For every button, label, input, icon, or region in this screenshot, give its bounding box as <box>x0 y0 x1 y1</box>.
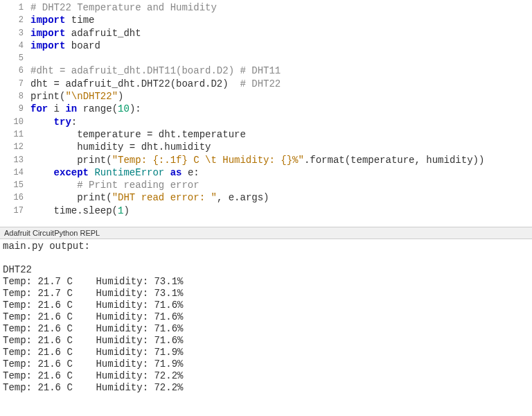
code-line[interactable]: 1# DHT22 Temperature and Humidity <box>0 1 532 14</box>
code-line[interactable]: 9for i in range(10): <box>0 103 532 115</box>
line-number: 7 <box>0 78 30 90</box>
code-line[interactable]: 8print("\nDHT22") <box>0 90 532 103</box>
code-content[interactable]: humidity = dht.humidity <box>30 141 532 153</box>
repl-output[interactable]: main.py output: DHT22 Temp: 21.7 C Humid… <box>0 239 532 416</box>
code-line[interactable]: 5 <box>0 52 532 64</box>
code-content[interactable]: print("DHT read error: ", e.args) <box>30 191 532 204</box>
line-number: 1 <box>0 1 30 14</box>
repl-title: Adafruit CircuitPython REPL <box>4 229 100 237</box>
code-content[interactable]: # DHT22 Temperature and Humidity <box>30 1 532 14</box>
code-line[interactable]: 16 print("DHT read error: ", e.args) <box>0 191 532 204</box>
code-content[interactable]: temperature = dht.temperature <box>30 128 532 141</box>
line-number: 10 <box>0 116 30 128</box>
code-line[interactable]: 2import time <box>0 14 532 26</box>
line-number: 6 <box>0 64 30 77</box>
line-number: 15 <box>0 179 30 191</box>
line-number: 16 <box>0 191 30 204</box>
code-line[interactable]: 10 try: <box>0 116 532 128</box>
code-content[interactable]: #dht = adafruit_dht.DHT11(board.D2) # DH… <box>30 64 532 77</box>
code-content[interactable]: except RuntimeError as e: <box>30 166 532 179</box>
code-content[interactable]: print("\nDHT22") <box>30 90 532 103</box>
line-number: 4 <box>0 40 30 52</box>
code-content[interactable]: import board <box>30 40 532 52</box>
repl-header: Adafruit CircuitPython REPL <box>0 227 532 239</box>
code-content[interactable]: import time <box>30 14 532 26</box>
code-content[interactable]: try: <box>30 116 532 128</box>
line-number: 17 <box>0 205 30 217</box>
line-number: 12 <box>0 141 30 153</box>
code-content[interactable]: # Print reading error <box>30 179 532 191</box>
line-number: 8 <box>0 90 30 103</box>
code-content[interactable]: dht = adafruit_dht.DHT22(board.D2) # DHT… <box>30 78 532 90</box>
code-line[interactable]: 6#dht = adafruit_dht.DHT11(board.D2) # D… <box>0 64 532 77</box>
code-line[interactable]: 15 # Print reading error <box>0 179 532 191</box>
code-line[interactable]: 11 temperature = dht.temperature <box>0 128 532 141</box>
code-content[interactable]: time.sleep(1) <box>30 205 532 217</box>
code-line[interactable]: 7dht = adafruit_dht.DHT22(board.D2) # DH… <box>0 78 532 90</box>
code-content[interactable]: for i in range(10): <box>30 103 532 115</box>
code-content[interactable]: print("Temp: {:.1f} C \t Humidity: {}%".… <box>30 154 532 166</box>
line-number: 3 <box>0 27 30 40</box>
code-line[interactable]: 4import board <box>0 40 532 52</box>
line-number: 11 <box>0 128 30 141</box>
code-line[interactable]: 14 except RuntimeError as e: <box>0 166 532 179</box>
code-content[interactable] <box>30 52 532 64</box>
code-editor[interactable]: 1# DHT22 Temperature and Humidity2import… <box>0 0 532 227</box>
code-line[interactable]: 13 print("Temp: {:.1f} C \t Humidity: {}… <box>0 154 532 166</box>
line-number: 5 <box>0 52 30 64</box>
code-line[interactable]: 12 humidity = dht.humidity <box>0 141 532 153</box>
line-number: 2 <box>0 14 30 26</box>
code-line[interactable]: 3import adafruit_dht <box>0 27 532 40</box>
code-content[interactable]: import adafruit_dht <box>30 27 532 40</box>
line-number: 9 <box>0 103 30 115</box>
line-number: 14 <box>0 166 30 179</box>
line-number: 13 <box>0 154 30 166</box>
code-line[interactable]: 17 time.sleep(1) <box>0 205 532 217</box>
